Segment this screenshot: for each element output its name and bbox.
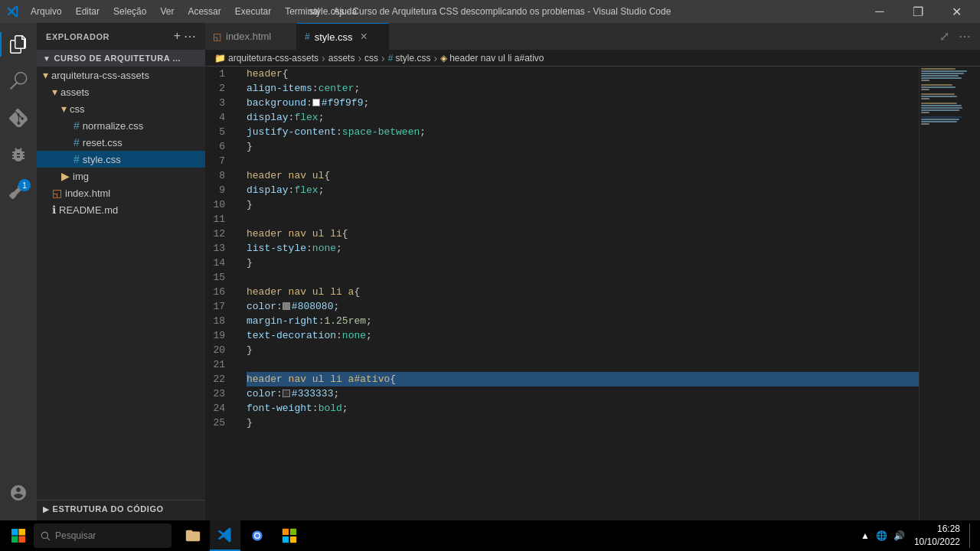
token: #f9f9f9 — [322, 96, 364, 110]
code-line: header nav ul li a#ativo { — [247, 372, 919, 386]
minimap-content — [920, 67, 980, 127]
mini-line — [921, 121, 957, 122]
token: : — [312, 401, 318, 416]
tree-item-normalize[interactable]: # normalize.css — [37, 117, 205, 134]
tree-item-css[interactable]: ▾ css — [37, 100, 205, 117]
new-file-icon[interactable]: + — [174, 29, 181, 44]
code-editor[interactable]: header { align-items: center; background… — [237, 67, 919, 534]
mini-line — [921, 96, 957, 97]
taskbar-search[interactable]: Pesquisar — [34, 523, 172, 548]
sidebar-header: Explorador + ⋯ — [37, 23, 205, 50]
breadcrumb-css[interactable]: css — [364, 53, 378, 64]
activity-extensions-icon[interactable]: 1 — [0, 173, 37, 210]
activity-explorer-icon[interactable] — [0, 26, 37, 63]
show-desktop-icon[interactable] — [969, 523, 974, 548]
color-swatch — [312, 99, 320, 106]
tab-index-html[interactable]: ◱ index.html — [205, 23, 297, 50]
token: none — [342, 328, 366, 343]
token: } — [247, 343, 253, 357]
mini-line — [921, 112, 929, 113]
svg-point-8 — [255, 533, 259, 537]
svg-rect-0 — [11, 529, 18, 536]
tree-item-root[interactable]: ▾ arquitetura-css-assets — [37, 67, 205, 83]
token: #333333 — [292, 386, 334, 401]
code-line: color: #808080; — [247, 299, 919, 314]
line-number: 22 — [205, 372, 231, 386]
menu-editar[interactable]: Editar — [70, 5, 106, 18]
section-arrow-icon: ▼ — [43, 54, 51, 63]
breadcrumb-symbol-label: header nav ul li a#ativo — [449, 53, 544, 64]
line-number: 9 — [205, 183, 231, 197]
close-button[interactable]: ✕ — [939, 0, 974, 23]
breadcrumb-file-label: style.css — [395, 53, 430, 64]
split-editor-icon[interactable]: ⤢ — [936, 28, 952, 45]
editor-content[interactable]: 1234567891011121314151617181920212223242… — [205, 67, 980, 534]
mini-line — [921, 89, 929, 90]
file-tree: ▾ arquitetura-css-assets ▾ assets ▾ css … — [37, 67, 205, 500]
breadcrumb-root[interactable]: 📁 arquitetura-css-assets — [214, 53, 318, 64]
code-line — [247, 154, 919, 168]
activity-search-icon[interactable] — [0, 63, 37, 99]
tree-item-img[interactable]: ▶ img — [37, 168, 205, 184]
menu-acessar[interactable]: Acessar — [181, 5, 227, 18]
token: : — [318, 314, 325, 328]
tree-item-style[interactable]: # style.css — [37, 151, 205, 168]
taskbar-date: 10/10/2022 — [914, 536, 960, 549]
tree-item-assets[interactable]: ▾ assets — [37, 83, 205, 100]
main-layout: 1 Explorador + ⋯ ▼ CURSO DE ARQUITETURA … — [0, 23, 980, 551]
explorer-section-header[interactable]: ▼ CURSO DE ARQUITETURA ... — [37, 50, 205, 67]
css-file-icon: # — [74, 119, 80, 132]
breadcrumb-symbol[interactable]: ◈ header nav ul li a#ativo — [440, 53, 544, 64]
token: list-style — [247, 241, 306, 256]
folder-open-icon: ▾ — [43, 69, 48, 81]
md-file-icon: ℹ — [52, 204, 56, 216]
breadcrumb-assets[interactable]: assets — [328, 53, 355, 64]
tree-item-reset[interactable]: # reset.css — [37, 134, 205, 151]
mini-line — [921, 93, 955, 95]
tab-close-icon[interactable]: × — [361, 30, 368, 44]
vscode-logo-icon — [6, 5, 20, 18]
line-number: 5 — [205, 125, 231, 139]
start-button[interactable] — [6, 523, 31, 548]
taskbar-app-chrome[interactable] — [242, 520, 273, 551]
tree-item-index[interactable]: ◱ index.html — [37, 184, 205, 201]
menu-selecao[interactable]: Seleção — [107, 5, 152, 18]
menu-executar[interactable]: Executar — [229, 5, 277, 18]
activity-account-icon[interactable] — [0, 474, 37, 511]
taskbar-clock[interactable]: 16:28 10/10/2022 — [914, 523, 960, 549]
restore-button[interactable]: ❐ — [900, 0, 936, 23]
line-number: 24 — [205, 401, 231, 416]
svg-rect-3 — [19, 536, 26, 543]
collapse-icon[interactable]: ⋯ — [184, 29, 196, 44]
svg-point-4 — [41, 532, 47, 538]
minimize-button[interactable]: ─ — [862, 0, 897, 23]
svg-rect-9 — [283, 529, 289, 535]
activity-debug-icon[interactable] — [0, 136, 37, 173]
tab-style-css[interactable]: # style.css × — [297, 23, 389, 50]
activity-git-icon[interactable] — [0, 99, 37, 136]
tree-label-css: css — [70, 103, 85, 115]
token: font-weight — [247, 401, 312, 416]
more-actions-icon[interactable]: ⋯ — [956, 28, 974, 45]
folder-icon: 📁 — [214, 53, 226, 64]
breadcrumb-file[interactable]: # style.css — [388, 53, 431, 64]
svg-rect-1 — [19, 529, 26, 536]
panel-estrutura[interactable]: ▶ ESTRUTURA DO CÓDIGO — [37, 500, 205, 517]
taskbar-app-explorer[interactable] — [178, 520, 208, 551]
taskbar-app-other[interactable] — [274, 520, 305, 551]
menu-ver[interactable]: Ver — [154, 5, 180, 18]
tree-label-normalize: normalize.css — [83, 120, 143, 132]
token: margin-right — [247, 314, 318, 328]
network-icon: 🌐 — [876, 530, 887, 541]
folder-icon: ▶ — [61, 170, 70, 182]
arrow-up-icon[interactable]: ▲ — [861, 530, 870, 541]
line-number: 10 — [205, 197, 231, 212]
token: { — [324, 168, 330, 183]
svg-line-5 — [47, 538, 50, 540]
menu-arquivo[interactable]: Arquivo — [24, 5, 68, 18]
breadcrumb: 📁 arquitetura-css-assets › assets › css … — [205, 50, 980, 67]
line-number: 15 — [205, 270, 231, 285]
color-swatch — [283, 390, 290, 397]
taskbar-app-vscode[interactable] — [210, 520, 240, 551]
tree-item-readme[interactable]: ℹ README.md — [37, 201, 205, 218]
